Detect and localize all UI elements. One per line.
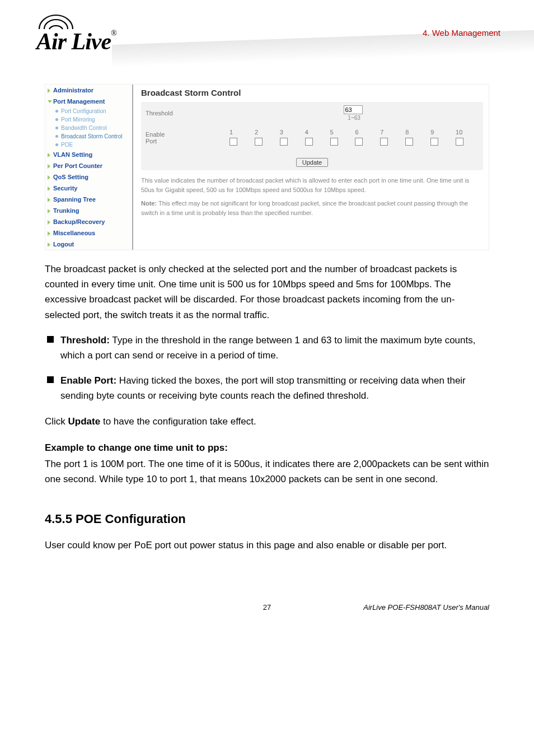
body-text: The broadcast packet is only checked at … (45, 262, 489, 487)
sidebar-item-spanning-tree[interactable]: Spanning Tree (45, 194, 132, 205)
sidebar-item-qos[interactable]: QoS Setting (45, 171, 132, 183)
panel-title: Broadcast Storm Control (141, 88, 483, 100)
note-text-1: This value indicates the number of broad… (141, 176, 483, 194)
nav-sidebar: Administrator Port Management Port Confi… (45, 85, 133, 250)
port-checkbox[interactable] (405, 138, 413, 146)
port-checkbox[interactable] (255, 138, 263, 146)
port-num: 3 (278, 128, 303, 137)
port-checkbox[interactable] (380, 138, 388, 146)
chapter-label: 4. Web Management (423, 28, 500, 38)
main-panel: Broadcast Storm Control Threshold 1~63 E… (133, 85, 489, 250)
list-item: Enable Port: Having ticked the boxes, th… (45, 373, 489, 403)
logo: Air Live® (36, 14, 116, 53)
sidebar-item-logout[interactable]: Logout (45, 239, 132, 250)
update-button[interactable]: Update (296, 158, 328, 167)
port-num: 7 (378, 128, 403, 137)
sidebar-item-administrator[interactable]: Administrator (45, 85, 132, 96)
config-table: Threshold 1~63 Enable Port 1 2 3 (141, 102, 483, 170)
page-number: 27 (193, 603, 341, 612)
note-block: This value indicates the number of broad… (141, 176, 483, 217)
logo-arcs-icon (36, 14, 116, 30)
threshold-cell: 1~63 (223, 102, 483, 124)
config-screenshot: Administrator Port Management Port Confi… (45, 84, 489, 250)
sidebar-sub-poe[interactable]: POE (45, 141, 132, 149)
port-checkbox[interactable] (229, 138, 237, 146)
note-text-2: Note: This effect may be not significant… (141, 199, 483, 217)
port-checkbox[interactable] (280, 138, 288, 146)
page-header: Air Live® 4. Web Management (0, 0, 534, 67)
sidebar-sub-port-config[interactable]: Port Configuration (45, 107, 132, 115)
port-num: 2 (252, 128, 278, 137)
port-checkbox[interactable] (355, 138, 363, 146)
port-num: 8 (403, 128, 428, 137)
enable-port-label: Enable Port (141, 124, 223, 151)
sidebar-item-vlan[interactable]: VLAN Setting (45, 149, 132, 160)
subsection-body: User could know per PoE port out power s… (45, 538, 489, 553)
example-body: The port 1 is 100M port. The one time of… (45, 456, 489, 487)
port-num: 1 (227, 128, 252, 137)
sidebar-item-security[interactable]: Security (45, 183, 132, 194)
paragraph: User could know per PoE port out power s… (45, 538, 489, 553)
manual-title: AirLive POE-FSH808AT User's Manual (341, 603, 489, 612)
port-num: 5 (328, 128, 353, 137)
port-num: 6 (353, 128, 378, 137)
ports-cell: 1 2 3 4 5 6 7 8 9 10 (223, 124, 483, 151)
threshold-input[interactable] (344, 105, 363, 114)
threshold-range: 1~63 (348, 115, 360, 121)
list-item: Threshold: Type in the threshold in the … (45, 333, 489, 363)
threshold-label: Threshold (141, 102, 223, 124)
port-num: 4 (303, 128, 328, 137)
sidebar-sub-bandwidth[interactable]: Bandwidth Control (45, 124, 132, 132)
port-checkbox[interactable] (430, 138, 438, 146)
port-num: 9 (428, 128, 453, 137)
sidebar-item-per-port-counter[interactable]: Per Port Counter (45, 160, 132, 171)
paragraph: The broadcast packet is only checked at … (45, 262, 489, 323)
sidebar-item-port-management[interactable]: Port Management (45, 96, 132, 107)
sidebar-item-backup-recovery[interactable]: Backup/Recovery (45, 216, 132, 227)
port-checkbox[interactable] (305, 138, 313, 146)
example-heading: Example to change one time unit to pps: (45, 440, 489, 455)
port-checkbox[interactable] (456, 138, 463, 146)
sidebar-sub-port-mirroring[interactable]: Port Mirroring (45, 115, 132, 124)
sidebar-sub-broadcast-storm[interactable]: Broadcast Storm Control (45, 132, 132, 141)
sidebar-item-miscellaneous[interactable]: Miscellaneous (45, 227, 132, 239)
port-checkbox[interactable] (330, 138, 338, 146)
feature-list: Threshold: Type in the threshold in the … (45, 333, 489, 404)
page-footer: 27 AirLive POE-FSH808AT User's Manual (45, 603, 489, 612)
sidebar-item-trunking[interactable]: Trunking (45, 205, 132, 216)
paragraph: Click Update to have the configuration t… (45, 414, 489, 429)
logo-text: Air Live® (36, 30, 116, 53)
subsection-title: 4.5.5 POE Configuration (45, 512, 489, 526)
port-num: 10 (453, 128, 479, 137)
